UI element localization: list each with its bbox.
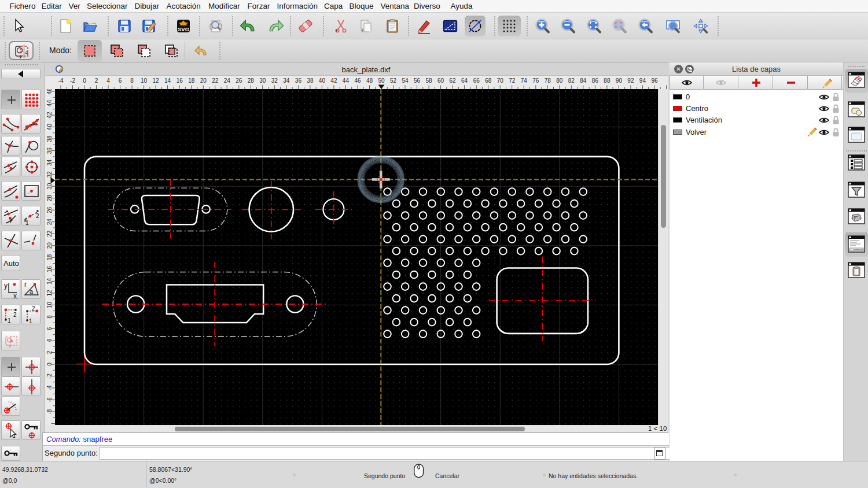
svg-text:44: 44 bbox=[343, 77, 350, 84]
svg-text:48: 48 bbox=[366, 77, 373, 84]
svg-text:1: 1 bbox=[25, 220, 29, 226]
svg-text:38: 38 bbox=[307, 77, 314, 84]
svg-text:a: a bbox=[30, 288, 34, 295]
svg-text:2: 2 bbox=[13, 312, 17, 318]
svg-text:56: 56 bbox=[414, 77, 421, 84]
svg-text:30: 30 bbox=[46, 183, 53, 190]
svg-text:SVG: SVG bbox=[178, 26, 189, 32]
svg-text:10: 10 bbox=[46, 301, 53, 308]
svg-text:-2: -2 bbox=[46, 374, 53, 379]
svg-text:32: 32 bbox=[46, 171, 53, 178]
svg-text:44: 44 bbox=[46, 100, 53, 107]
svg-text:40: 40 bbox=[46, 124, 53, 131]
svg-text:+: + bbox=[361, 28, 364, 34]
svg-text:0: 0 bbox=[46, 363, 53, 366]
svg-text:54: 54 bbox=[402, 77, 409, 84]
svg-text:14: 14 bbox=[164, 77, 171, 84]
svg-text:12: 12 bbox=[46, 290, 53, 297]
svg-text:22: 22 bbox=[46, 230, 53, 237]
svg-text:64: 64 bbox=[461, 77, 468, 84]
svg-text:62: 62 bbox=[450, 77, 457, 84]
svg-text:20: 20 bbox=[46, 242, 53, 249]
svg-text:16: 16 bbox=[176, 77, 183, 84]
svg-text:68: 68 bbox=[485, 77, 492, 84]
svg-text:96: 96 bbox=[651, 77, 658, 84]
svg-text:r: r bbox=[24, 280, 27, 289]
svg-text:4: 4 bbox=[46, 339, 53, 342]
svg-text:34: 34 bbox=[283, 77, 290, 84]
svg-text:10: 10 bbox=[141, 77, 148, 84]
svg-text:42: 42 bbox=[330, 77, 337, 84]
svg-text:2: 2 bbox=[95, 77, 98, 84]
svg-text:-4: -4 bbox=[46, 385, 53, 390]
svg-text:70: 70 bbox=[497, 77, 504, 84]
svg-text:y: y bbox=[4, 282, 8, 290]
svg-text:4: 4 bbox=[25, 49, 28, 56]
svg-text:72: 72 bbox=[509, 77, 516, 84]
svg-text:2: 2 bbox=[46, 350, 53, 354]
svg-text:1: 1 bbox=[29, 318, 32, 324]
svg-text:78: 78 bbox=[545, 77, 551, 84]
svg-text:74: 74 bbox=[521, 77, 528, 84]
svg-text:18: 18 bbox=[188, 77, 195, 84]
svg-text:-8: -8 bbox=[46, 409, 53, 414]
svg-text:20: 20 bbox=[200, 77, 207, 84]
svg-text:88: 88 bbox=[604, 77, 610, 84]
svg-text:38: 38 bbox=[46, 135, 53, 142]
svg-text:2: 2 bbox=[32, 305, 35, 312]
svg-text:90: 90 bbox=[616, 77, 623, 84]
svg-text:46: 46 bbox=[354, 77, 361, 84]
svg-text:6: 6 bbox=[46, 327, 53, 330]
svg-text:30: 30 bbox=[259, 77, 266, 84]
svg-text:40: 40 bbox=[319, 77, 326, 84]
svg-text:58: 58 bbox=[426, 77, 433, 84]
svg-text:C command: C command bbox=[851, 248, 863, 251]
svg-text:+: + bbox=[335, 28, 338, 34]
svg-text:x: x bbox=[13, 292, 17, 300]
svg-text:8: 8 bbox=[130, 77, 134, 84]
svg-text:8: 8 bbox=[46, 315, 53, 319]
svg-text:50: 50 bbox=[378, 77, 385, 84]
svg-text:-2: -2 bbox=[70, 77, 75, 84]
svg-text:52: 52 bbox=[390, 77, 397, 84]
svg-text:28: 28 bbox=[46, 195, 53, 202]
svg-text:26: 26 bbox=[46, 206, 53, 213]
svg-text:80: 80 bbox=[556, 77, 563, 84]
svg-text:94: 94 bbox=[639, 77, 646, 84]
svg-text:42: 42 bbox=[46, 112, 53, 119]
svg-text:4: 4 bbox=[106, 77, 110, 84]
svg-text:-4: -4 bbox=[58, 77, 64, 84]
svg-text:86: 86 bbox=[592, 77, 599, 84]
svg-text:36: 36 bbox=[295, 77, 302, 84]
svg-text:36: 36 bbox=[46, 147, 53, 154]
svg-text:24: 24 bbox=[46, 219, 53, 225]
svg-text:46: 46 bbox=[46, 89, 53, 95]
svg-text:18: 18 bbox=[46, 254, 53, 261]
svg-text:22: 22 bbox=[212, 77, 219, 84]
svg-text:32: 32 bbox=[271, 77, 278, 84]
svg-text:92: 92 bbox=[627, 77, 634, 84]
svg-text:66: 66 bbox=[473, 77, 480, 84]
svg-text:-6: -6 bbox=[46, 397, 53, 402]
svg-text:6: 6 bbox=[119, 77, 122, 84]
svg-text:60: 60 bbox=[437, 77, 444, 84]
svg-text:82: 82 bbox=[568, 77, 575, 84]
svg-text:14: 14 bbox=[46, 278, 53, 284]
svg-text:2: 2 bbox=[36, 213, 39, 219]
svg-text:0: 0 bbox=[83, 77, 86, 84]
svg-text:24: 24 bbox=[224, 77, 231, 84]
svg-text:34: 34 bbox=[46, 159, 53, 166]
svg-text:16: 16 bbox=[46, 266, 53, 273]
svg-text:28: 28 bbox=[248, 77, 255, 84]
svg-text:26: 26 bbox=[236, 77, 242, 84]
svg-text:1: 1 bbox=[8, 317, 11, 324]
svg-text:76: 76 bbox=[532, 77, 539, 84]
svg-text:12: 12 bbox=[153, 77, 160, 84]
svg-text:84: 84 bbox=[580, 77, 587, 84]
